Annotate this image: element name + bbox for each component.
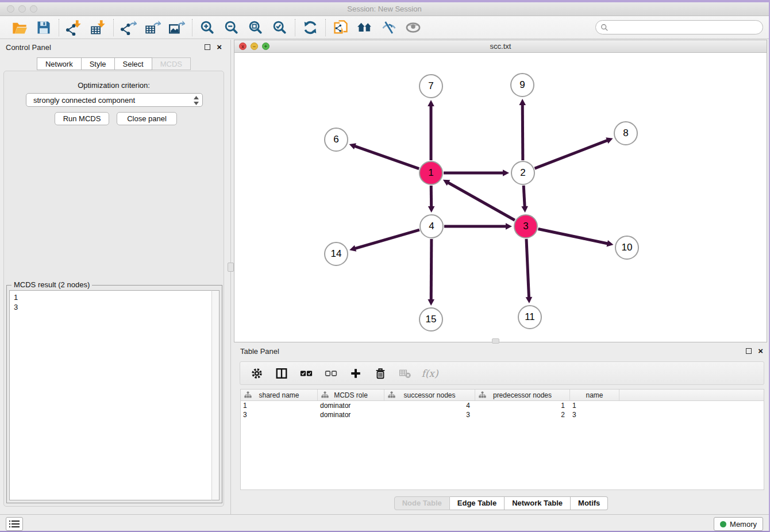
graph-node-7[interactable]: 7	[419, 74, 443, 98]
graph-node-8[interactable]: 8	[614, 121, 638, 145]
table-settings-button[interactable]	[249, 366, 264, 381]
open-session-button[interactable]	[10, 18, 29, 37]
graph-node-1[interactable]: 1	[419, 161, 443, 185]
memory-button[interactable]: Memory	[714, 517, 763, 531]
select-all-button[interactable]	[299, 366, 314, 381]
fit-content-button[interactable]	[247, 18, 265, 37]
graph-node-4[interactable]: 4	[419, 214, 444, 238]
table-cell: 1	[475, 401, 570, 410]
graph-edge[interactable]	[526, 239, 529, 298]
close-panel-icon[interactable]: ×	[217, 42, 222, 52]
close-panel-button[interactable]: Close panel	[117, 112, 177, 125]
horizontal-splitter-handle[interactable]	[492, 338, 499, 344]
first-neighbors-button[interactable]	[356, 18, 374, 37]
delete-column-icon	[374, 367, 387, 380]
close-table-panel-icon[interactable]: ×	[758, 346, 763, 356]
task-history-button[interactable]	[6, 517, 23, 531]
import-network-button[interactable]	[65, 18, 83, 37]
refresh-layout-icon	[302, 20, 318, 36]
hide-selected-button[interactable]	[380, 18, 398, 37]
export-image-button[interactable]	[168, 18, 186, 37]
graph-edge-arrow	[607, 240, 614, 246]
network-canvas[interactable]: 7968124314101511	[234, 53, 767, 342]
save-session-icon	[36, 20, 52, 36]
hierarchy-icon	[388, 391, 395, 398]
network-window-titlebar[interactable]: x − + scc.txt	[234, 40, 767, 53]
graph-edge[interactable]	[448, 182, 515, 220]
graph-node-11[interactable]: 11	[518, 305, 542, 329]
table-cell: dominator	[318, 410, 384, 419]
tab-network-table[interactable]: Network Table	[505, 496, 571, 510]
graph-node-10[interactable]: 10	[615, 236, 639, 260]
vertical-splitter[interactable]	[230, 40, 231, 514]
control-tab-style[interactable]: Style	[82, 57, 115, 70]
save-session-button[interactable]	[34, 18, 53, 37]
column-header-name[interactable]: name	[570, 390, 619, 400]
unselect-all-button[interactable]	[324, 366, 338, 381]
vertical-splitter-handle[interactable]	[228, 263, 234, 272]
graph-edge[interactable]	[354, 146, 419, 169]
refresh-layout-button[interactable]	[301, 18, 319, 37]
window-titlebar: Session: New Session	[0, 2, 769, 16]
delete-column-button[interactable]	[373, 366, 388, 381]
export-image-icon	[169, 20, 185, 36]
graph-edge[interactable]	[523, 186, 525, 207]
zoom-selected-button[interactable]	[271, 18, 289, 37]
table-row[interactable]: 3dominator323	[241, 410, 764, 419]
graph-edge-arrow	[521, 206, 528, 213]
import-network-icon	[66, 20, 82, 36]
import-table-button[interactable]	[89, 18, 107, 37]
export-table-icon	[145, 20, 161, 36]
show-all-button[interactable]	[404, 18, 422, 37]
add-column-button[interactable]	[348, 366, 363, 381]
float-panel-icon[interactable]	[205, 44, 210, 50]
first-neighbors-icon	[357, 20, 373, 36]
table-settings-icon	[251, 367, 263, 380]
delete-table-icon	[399, 367, 411, 380]
zoom-in-icon	[199, 20, 215, 36]
graph-edge[interactable]	[522, 104, 523, 160]
table-cell: 3	[384, 410, 475, 419]
tab-node-table[interactable]: Node Table	[394, 496, 450, 510]
mcds-result-text[interactable]: 1 3	[9, 290, 211, 500]
graph-node-14[interactable]: 14	[324, 242, 348, 266]
control-tab-select[interactable]: Select	[115, 57, 152, 70]
graph-node-6[interactable]: 6	[324, 128, 348, 152]
split-columns-button[interactable]	[274, 366, 289, 381]
optimization-criterion-select[interactable]: strongly connected component	[26, 93, 203, 107]
zoom-in-button[interactable]	[198, 18, 217, 37]
graph-edge[interactable]	[431, 239, 432, 300]
table-row[interactable]: 1dominator411	[241, 401, 764, 410]
graph-edge-arrow	[349, 245, 356, 252]
run-mcds-button[interactable]: Run MCDS	[55, 112, 109, 125]
tab-motifs[interactable]: Motifs	[571, 496, 608, 510]
hierarchy-icon	[479, 391, 486, 398]
graph-node-2[interactable]: 2	[511, 161, 535, 185]
graph-node-15[interactable]: 15	[419, 307, 443, 331]
column-header-MCDS-role[interactable]: MCDS role	[318, 390, 384, 400]
float-table-panel-icon[interactable]	[746, 348, 752, 354]
graph-edge-arrow	[503, 169, 509, 176]
graph-edge[interactable]	[538, 229, 609, 244]
zoom-out-button[interactable]	[222, 18, 241, 37]
graph-edge[interactable]	[355, 230, 419, 249]
column-label: predecessor nodes	[493, 391, 552, 399]
column-header-predecessor-nodes[interactable]: predecessor nodes	[475, 390, 570, 400]
delete-table-button	[398, 366, 413, 381]
result-scrollbar[interactable]	[211, 290, 220, 500]
duplicate-network-button[interactable]	[332, 18, 350, 37]
column-header-successor-nodes[interactable]: successor nodes	[384, 390, 475, 400]
export-table-button[interactable]	[144, 18, 162, 37]
hide-selected-icon	[381, 20, 397, 36]
graph-node-9[interactable]: 9	[510, 73, 534, 97]
search-box[interactable]	[595, 20, 763, 34]
graph-node-3[interactable]: 3	[514, 214, 538, 238]
export-network-button[interactable]	[120, 18, 138, 37]
control-tab-mcds[interactable]: MCDS	[152, 57, 191, 70]
column-header-shared-name[interactable]: shared name	[241, 390, 318, 400]
tab-edge-table[interactable]: Edge Table	[450, 496, 505, 510]
table-panel-title: Table Panel	[240, 347, 279, 356]
search-input[interactable]	[611, 23, 763, 32]
control-tab-network[interactable]: Network	[37, 57, 82, 70]
graph-edge[interactable]	[535, 140, 609, 168]
